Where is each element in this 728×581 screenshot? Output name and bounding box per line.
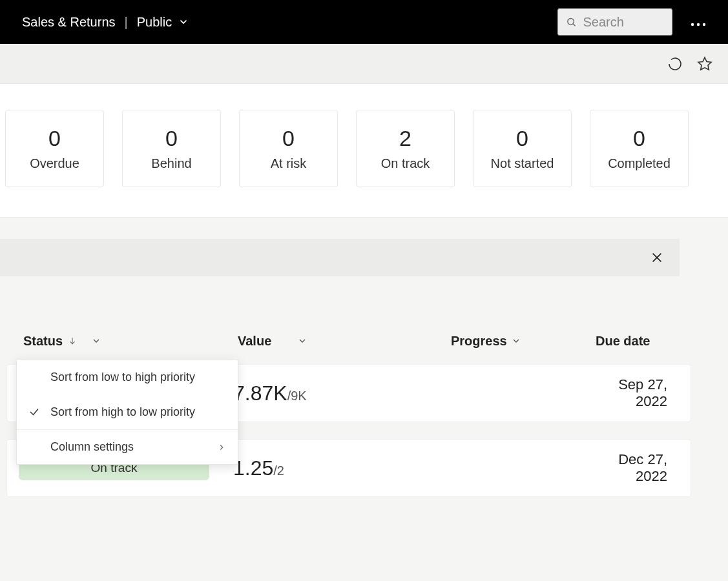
status-sort-menu: Sort from low to high priority Sort from… xyxy=(16,359,238,465)
chevron-down-icon xyxy=(297,336,307,346)
stat-value: 0 xyxy=(48,126,61,151)
menu-label: Sort from low to high priority xyxy=(50,371,226,384)
stat-label: On track xyxy=(381,156,430,171)
due-date: Sep 27, 2022 xyxy=(591,376,679,410)
stat-value: 0 xyxy=(165,126,178,151)
svg-point-2 xyxy=(691,23,694,26)
menu-item-sort-low-high[interactable]: Sort from low to high priority xyxy=(17,360,238,394)
sub-header xyxy=(0,44,728,84)
value-cell: 7.87K /9K xyxy=(233,382,446,405)
stat-card-on-track[interactable]: 2 On track xyxy=(356,110,455,187)
chevron-down-icon xyxy=(178,17,189,27)
report-title: Sales & Returns xyxy=(22,15,116,30)
stat-card-completed[interactable]: 0 Completed xyxy=(590,110,689,187)
stats-row: 0 Overdue 0 Behind 0 At risk 2 On track … xyxy=(0,84,728,218)
stat-label: Overdue xyxy=(30,156,79,171)
column-header-value[interactable]: Value xyxy=(238,334,451,349)
menu-label: Column settings xyxy=(50,440,209,454)
stat-label: Behind xyxy=(151,156,191,171)
more-dots-icon xyxy=(691,23,706,26)
search-box[interactable] xyxy=(557,8,672,36)
visibility-dropdown[interactable]: Public xyxy=(137,15,189,30)
svg-line-1 xyxy=(573,24,575,26)
info-banner xyxy=(0,239,680,276)
stat-card-at-risk[interactable]: 0 At risk xyxy=(239,110,338,187)
menu-item-column-settings[interactable]: Column settings xyxy=(17,429,238,464)
column-header-due[interactable]: Due date xyxy=(596,334,705,349)
chevron-down-icon xyxy=(511,336,521,346)
stat-card-overdue[interactable]: 0 Overdue xyxy=(5,110,104,187)
chevron-down-icon xyxy=(91,336,101,346)
more-options-button[interactable] xyxy=(691,14,706,30)
stat-label: At risk xyxy=(271,156,307,171)
menu-item-sort-high-low[interactable]: Sort from high to low priority xyxy=(17,394,238,429)
svg-marker-5 xyxy=(698,57,711,70)
goals-table: Status Value Progress Due date On track … xyxy=(0,276,728,497)
top-header: Sales & Returns | Public xyxy=(0,0,728,44)
search-input[interactable] xyxy=(583,15,664,30)
stat-value: 0 xyxy=(633,126,645,151)
stat-value: 0 xyxy=(282,126,295,151)
column-label: Status xyxy=(23,334,63,349)
stat-value: 0 xyxy=(516,126,528,151)
refresh-icon[interactable] xyxy=(667,56,683,72)
menu-label: Sort from high to low priority xyxy=(50,405,226,419)
value-cell: 1.25 /2 xyxy=(233,456,446,480)
stat-card-behind[interactable]: 0 Behind xyxy=(122,110,221,187)
svg-point-3 xyxy=(697,23,700,26)
checkmark-icon xyxy=(28,406,40,418)
title-divider: | xyxy=(125,15,128,30)
column-label: Value xyxy=(238,334,271,349)
value-main: 1.25 xyxy=(233,456,273,480)
column-label: Progress xyxy=(451,334,507,349)
value-main: 7.87K xyxy=(233,382,287,405)
visibility-label: Public xyxy=(137,15,172,30)
table-header-row: Status Value Progress Due date xyxy=(6,325,722,356)
star-icon[interactable] xyxy=(697,56,712,72)
search-icon xyxy=(566,15,577,28)
stat-label: Completed xyxy=(608,156,671,171)
value-target: /2 xyxy=(273,464,284,478)
chevron-right-icon xyxy=(217,443,226,452)
column-header-status[interactable]: Status xyxy=(23,334,238,349)
value-target: /9K xyxy=(287,389,307,403)
header-right xyxy=(557,8,706,36)
header-left: Sales & Returns | Public xyxy=(22,15,189,30)
check-slot xyxy=(28,406,43,418)
due-date: Dec 27, 2022 xyxy=(591,451,679,485)
svg-point-0 xyxy=(568,18,574,25)
stat-card-not-started[interactable]: 0 Not started xyxy=(473,110,572,187)
column-header-progress[interactable]: Progress xyxy=(451,334,596,349)
stat-label: Not started xyxy=(491,156,554,171)
stat-value: 2 xyxy=(399,126,411,151)
close-icon[interactable] xyxy=(650,250,664,265)
column-label: Due date xyxy=(596,334,650,348)
sort-down-icon xyxy=(68,336,77,345)
svg-point-4 xyxy=(703,23,705,26)
